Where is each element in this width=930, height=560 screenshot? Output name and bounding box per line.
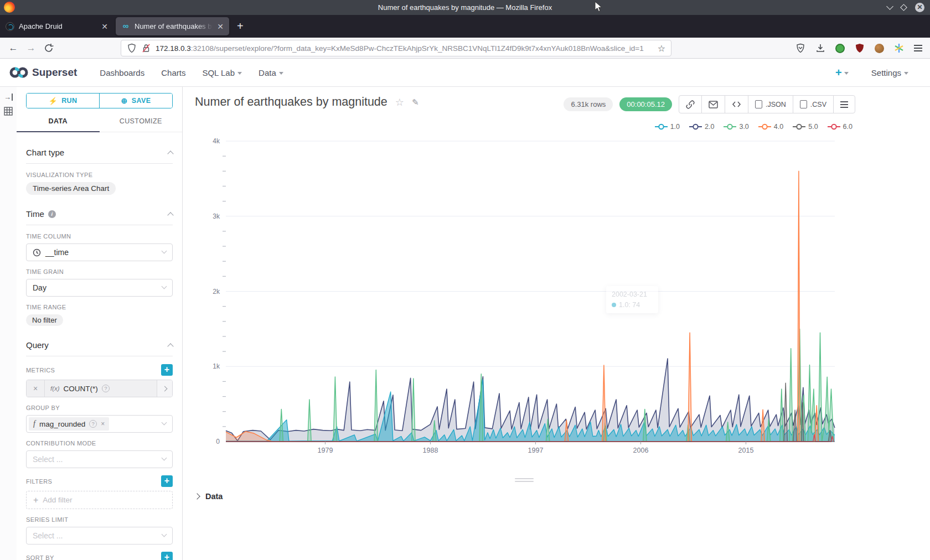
legend-item-3[interactable]: 3.0: [724, 123, 748, 131]
section-chart-type[interactable]: Chart type: [26, 148, 173, 157]
chevron-up-icon[interactable]: [167, 212, 173, 218]
chevron-up-icon[interactable]: [167, 343, 173, 349]
control-sections: Chart type VISUALIZATION TYPE Time-serie…: [17, 132, 182, 560]
add-metric-button[interactable]: +: [161, 364, 173, 376]
copy-link-button[interactable]: [679, 96, 701, 113]
function-icon: f: [33, 419, 35, 428]
legend-item-4[interactable]: 4.0: [758, 123, 783, 131]
tab-customize[interactable]: CUSTOMIZE: [100, 111, 183, 132]
tab-close-icon[interactable]: ✕: [217, 22, 224, 31]
favorite-star-icon[interactable]: ☆: [395, 96, 404, 108]
divider: [26, 163, 173, 164]
reload-icon[interactable]: [40, 44, 58, 53]
time-grain-select[interactable]: Day: [26, 279, 173, 297]
export-csv-button[interactable]: .CSV: [793, 96, 833, 113]
embed-code-button[interactable]: [725, 96, 748, 113]
url-text[interactable]: 172.18.0.3:32108/superset/explore/?form_…: [156, 44, 653, 53]
panel-resize-handle[interactable]: [515, 478, 534, 482]
nav-item-sqllab[interactable]: SQL Lab: [202, 68, 242, 77]
window-titlebar[interactable]: Numer of earthquakes by magnitude — Mozi…: [0, 0, 930, 15]
menu-icon: [840, 101, 848, 108]
browser-tab-superset[interactable]: ∞ Numer of earthquakes by ✕: [116, 17, 229, 35]
divider: [26, 225, 173, 225]
edit-pencil-icon[interactable]: ✎: [412, 97, 419, 107]
tab-close-icon[interactable]: ✕: [101, 22, 108, 31]
nav-item-data[interactable]: Data: [259, 68, 283, 77]
pocket-shield-icon[interactable]: [795, 43, 805, 53]
caret-down-icon: [844, 72, 849, 75]
window-close-icon[interactable]: ✕: [915, 3, 924, 12]
caret-down-icon: [279, 72, 283, 75]
panel-tabs: DATA CUSTOMIZE: [17, 111, 182, 132]
viz-type-value[interactable]: Time-series Area Chart: [26, 182, 116, 195]
legend-item-5[interactable]: 5.0: [793, 123, 818, 131]
run-button[interactable]: ⚡RUN: [27, 94, 99, 108]
timeseries-area-chart[interactable]: 4k3k2k1k019791988199720062015: [188, 133, 875, 465]
legend-item-6[interactable]: 6.0: [828, 123, 852, 131]
forward-icon[interactable]: →: [22, 43, 40, 54]
time-range-value[interactable]: No filter: [26, 314, 63, 326]
legend-item-1[interactable]: 1.0: [655, 123, 680, 131]
add-filter-dropzone[interactable]: + Add filter: [26, 491, 173, 509]
section-time[interactable]: Timei: [26, 209, 173, 219]
contribution-mode-select[interactable]: Select ...: [26, 450, 173, 468]
metric-item[interactable]: × f(x) COUNT(*) ?: [26, 380, 173, 397]
add-new-button[interactable]: +: [835, 66, 849, 79]
nav-item-charts[interactable]: Charts: [161, 68, 185, 77]
legend-swatch-icon: [793, 123, 805, 130]
new-tab-button[interactable]: +: [237, 20, 244, 33]
question-circle-icon: ?: [89, 420, 97, 428]
add-sort-button[interactable]: +: [161, 552, 173, 560]
tab-data[interactable]: DATA: [17, 111, 100, 132]
section-query[interactable]: Query: [26, 340, 173, 350]
more-options-button[interactable]: [833, 96, 855, 113]
window-maximize-icon[interactable]: [900, 4, 907, 11]
back-icon[interactable]: ←: [4, 43, 22, 54]
remove-metric-icon[interactable]: ×: [27, 380, 45, 397]
time-grain-label: TIME GRAIN: [26, 268, 64, 275]
multicolor-asterisk-icon[interactable]: [894, 43, 904, 53]
window-minimize-icon[interactable]: [886, 3, 893, 10]
cookie-icon[interactable]: [875, 44, 884, 53]
tracking-shield-icon[interactable]: [127, 43, 137, 53]
group-by-select[interactable]: f mag_rounded ? ×: [26, 415, 173, 433]
email-button[interactable]: [701, 96, 725, 113]
series-limit-select[interactable]: Select ...: [26, 527, 173, 545]
dataset-grid-icon[interactable]: [4, 107, 13, 116]
expand-metric-icon[interactable]: [157, 380, 172, 397]
save-button[interactable]: ⊕SAVE: [99, 94, 172, 108]
svg-text:1k: 1k: [213, 362, 220, 370]
caret-down-icon: [904, 72, 908, 75]
add-filter-button[interactable]: +: [161, 475, 173, 487]
url-host: 172.18.0.3: [156, 44, 191, 53]
chevron-down-icon: [162, 248, 167, 254]
export-json-button[interactable]: .JSON: [748, 96, 793, 113]
settings-menu[interactable]: Settings: [871, 68, 908, 77]
privacy-badger-icon[interactable]: [835, 44, 845, 53]
data-panel-toggle[interactable]: Data: [195, 492, 223, 501]
nav-item-dashboards[interactable]: Dashboards: [100, 68, 144, 77]
svg-text:4k: 4k: [213, 137, 220, 145]
time-column-select[interactable]: __time: [26, 243, 173, 261]
email-icon: [709, 101, 718, 108]
tooltip-value: 1.0: 74: [619, 301, 640, 309]
group-by-chip[interactable]: f mag_rounded ? ×: [29, 417, 109, 431]
url-bar[interactable]: 172.18.0.3:32108/superset/explore/?form_…: [121, 40, 671, 56]
fx-icon: f(x): [50, 385, 60, 392]
chevron-down-icon: [162, 420, 167, 426]
superset-logo[interactable]: Superset: [9, 66, 77, 79]
druid-favicon-icon: [6, 22, 14, 31]
remove-chip-icon[interactable]: ×: [101, 420, 105, 428]
lock-insecure-icon[interactable]: [141, 43, 151, 53]
ublock-origin-icon[interactable]: [855, 43, 865, 53]
window-title: Numer of earthquakes by magnitude — Mozi…: [378, 3, 552, 12]
browser-tab-druid[interactable]: Apache Druid ✕: [0, 17, 113, 35]
chevron-right-icon: [194, 493, 200, 499]
bookmark-star-icon[interactable]: ☆: [658, 43, 665, 54]
chevron-up-icon[interactable]: [167, 151, 173, 157]
download-icon[interactable]: [815, 43, 825, 53]
expand-panel-icon[interactable]: →: [4, 94, 13, 101]
legend-item-2[interactable]: 2.0: [689, 123, 714, 131]
contribution-mode-label: CONTRIBUTION MODE: [26, 440, 96, 447]
menu-icon[interactable]: [914, 45, 922, 51]
